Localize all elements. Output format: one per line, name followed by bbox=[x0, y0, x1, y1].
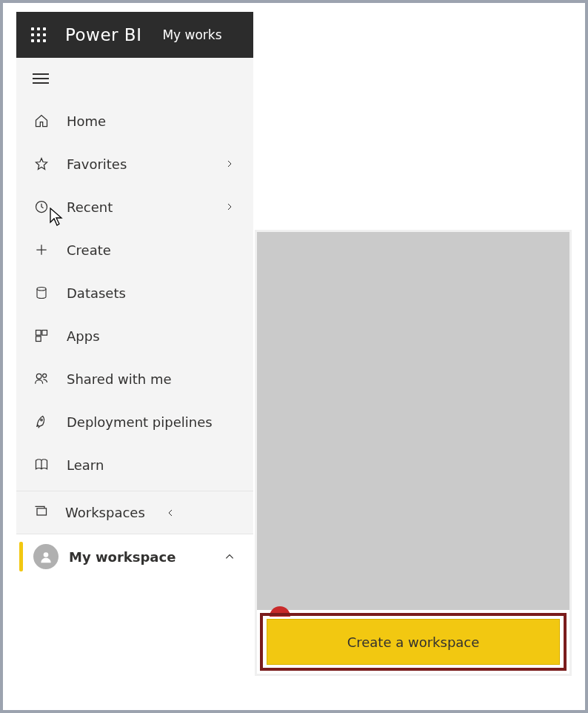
clock-icon bbox=[33, 199, 50, 214]
chevron-up-icon bbox=[221, 551, 238, 562]
waffle-icon bbox=[31, 27, 46, 42]
rocket-icon bbox=[33, 414, 50, 429]
sidebar-item-recent[interactable]: Recent bbox=[16, 185, 253, 228]
chevron-right-icon bbox=[221, 159, 238, 168]
sidebar-item-apps[interactable]: Apps bbox=[16, 314, 253, 357]
svg-point-7 bbox=[41, 419, 43, 421]
sidebar-item-shared[interactable]: Shared with me bbox=[16, 357, 253, 400]
workspaces-icon bbox=[33, 504, 49, 522]
sidebar: Home Favorites Recent Create bbox=[16, 58, 253, 579]
book-icon bbox=[33, 457, 50, 472]
sidebar-item-datasets[interactable]: Datasets bbox=[16, 271, 253, 314]
create-workspace-button[interactable]: Create a workspace bbox=[267, 619, 560, 665]
sidebar-item-my-workspace[interactable]: My workspace bbox=[16, 534, 253, 579]
apps-icon bbox=[33, 328, 50, 343]
svg-point-1 bbox=[37, 288, 46, 291]
active-indicator bbox=[19, 542, 23, 571]
sidebar-item-label: Learn bbox=[67, 457, 238, 473]
sidebar-item-label: Recent bbox=[67, 199, 204, 215]
svg-rect-3 bbox=[42, 331, 47, 336]
svg-point-6 bbox=[43, 374, 47, 377]
sidebar-item-label: Apps bbox=[67, 328, 238, 344]
svg-rect-4 bbox=[36, 336, 41, 342]
people-icon bbox=[33, 371, 50, 386]
sidebar-item-create[interactable]: Create bbox=[16, 228, 253, 271]
app-frame: Power BI My works Home Favorites bbox=[0, 0, 588, 713]
svg-point-9 bbox=[44, 552, 49, 557]
annotation-highlight: Create a workspace bbox=[260, 613, 567, 671]
flyout-footer: Create a workspace bbox=[257, 610, 569, 674]
sidebar-item-label: Deployment pipelines bbox=[67, 414, 238, 430]
hamburger-icon bbox=[33, 73, 49, 84]
svg-point-5 bbox=[36, 374, 41, 379]
button-label: Create a workspace bbox=[347, 634, 480, 650]
sidebar-item-learn[interactable]: Learn bbox=[16, 443, 253, 486]
brand-title: Power BI bbox=[65, 25, 141, 44]
sidebar-item-label: My workspace bbox=[69, 549, 210, 565]
sidebar-item-label: Create bbox=[67, 242, 238, 258]
sidebar-item-label: Home bbox=[67, 113, 238, 129]
sidebar-item-label: Shared with me bbox=[67, 371, 238, 387]
svg-rect-2 bbox=[36, 331, 41, 336]
breadcrumb[interactable]: My works bbox=[162, 27, 221, 42]
sidebar-item-favorites[interactable]: Favorites bbox=[16, 142, 253, 185]
collapse-nav-button[interactable] bbox=[16, 58, 253, 99]
plus-icon bbox=[33, 242, 50, 257]
svg-rect-8 bbox=[37, 508, 47, 514]
sidebar-item-home[interactable]: Home bbox=[16, 99, 253, 142]
avatar bbox=[33, 544, 59, 569]
home-icon bbox=[33, 113, 50, 128]
sidebar-item-label: Workspaces bbox=[65, 505, 145, 520]
sidebar-item-deployment-pipelines[interactable]: Deployment pipelines bbox=[16, 400, 253, 443]
app-launcher-button[interactable] bbox=[16, 12, 61, 58]
chevron-right-icon bbox=[221, 202, 238, 211]
sidebar-item-label: Datasets bbox=[67, 285, 238, 301]
workspaces-flyout: Create a workspace bbox=[255, 230, 572, 676]
sidebar-item-workspaces[interactable]: Workspaces bbox=[16, 491, 253, 534]
top-header: Power BI My works bbox=[16, 12, 253, 58]
star-icon bbox=[33, 156, 50, 171]
database-icon bbox=[33, 285, 50, 300]
sidebar-item-label: Favorites bbox=[67, 156, 204, 172]
chevron-left-icon bbox=[161, 508, 179, 517]
